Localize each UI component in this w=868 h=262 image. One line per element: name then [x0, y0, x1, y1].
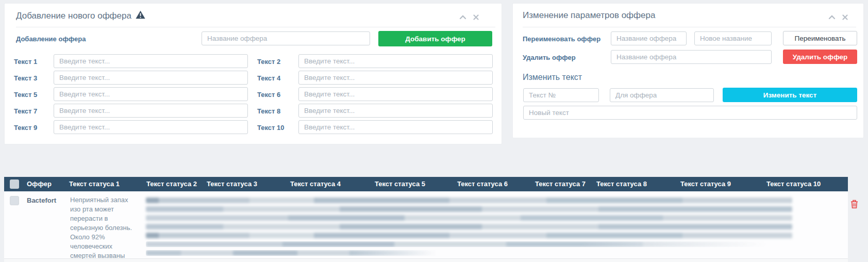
column-header-status-7: Текст статуса 7: [532, 177, 593, 191]
blurred-text-line: [146, 215, 792, 221]
text-7-input[interactable]: [54, 104, 248, 118]
text-2-label: Текст 2: [257, 58, 280, 66]
column-header-status-5: Текст статуса 5: [372, 177, 454, 191]
text-10-input[interactable]: [298, 120, 493, 134]
rename-new-name-input[interactable]: [694, 31, 772, 45]
text-number-input[interactable]: [523, 88, 599, 102]
column-header-status-4: Текст статуса 4: [287, 177, 372, 191]
add-offer-panel-title: Добавление нового оффера: [16, 10, 145, 22]
panel-title-text: Изменение параметров оффера: [523, 10, 655, 21]
column-header-status-8: Текст статуса 8: [593, 177, 677, 191]
column-header-status-3: Текст статуса 3: [204, 177, 287, 191]
close-icon[interactable]: [842, 14, 848, 20]
panel-controls: [459, 14, 479, 20]
collapse-chevron-up-icon[interactable]: [459, 15, 466, 20]
column-header-status-1: Текст статуса 1: [66, 177, 143, 191]
blurred-text-line: [146, 224, 792, 230]
column-header-status-10: Текст статуса 10: [763, 177, 848, 191]
blurred-text-line: [146, 233, 792, 238]
table-row: Bactefort Неприятный запах изо рта может…: [4, 191, 848, 259]
status-1-text: Неприятный запах изо рта может перерасти…: [70, 191, 143, 262]
row-checkbox[interactable]: [10, 196, 19, 205]
offers-admin-page: Добавление нового оффера Добавление оффе…: [0, 0, 868, 262]
text-2-input[interactable]: [298, 54, 493, 68]
delete-offer-button[interactable]: Удалить оффер: [783, 50, 857, 64]
select-all-checkbox[interactable]: [10, 179, 19, 189]
for-offer-input[interactable]: [610, 88, 714, 102]
text-9-label: Текст 9: [14, 124, 37, 132]
add-offer-button[interactable]: Добавить оффер: [378, 31, 492, 46]
text-5-label: Текст 5: [14, 91, 37, 99]
text-8-input[interactable]: [298, 104, 493, 118]
text-4-input[interactable]: [298, 71, 493, 85]
edit-offer-panel-title: Изменение параметров оффера: [523, 10, 655, 21]
offers-table-header: Оффер Текст статуса 1 Текст статуса 2 Те…: [4, 177, 848, 191]
text-9-input[interactable]: [54, 120, 248, 134]
next-table-row-partial: [4, 259, 848, 262]
panel-title-text: Добавление нового оффера: [16, 11, 131, 21]
offer-name-cell: Bactefort: [25, 191, 66, 258]
trash-icon[interactable]: [850, 200, 858, 208]
rename-offer-name-input[interactable]: [611, 31, 687, 45]
panel-controls: [828, 14, 848, 20]
column-header-status-2: Текст статуса 2: [143, 177, 204, 191]
close-icon[interactable]: [473, 14, 479, 20]
panel-divider: [523, 27, 856, 27]
text-5-input[interactable]: [54, 87, 248, 101]
collapse-chevron-up-icon[interactable]: [828, 15, 836, 20]
text-1-label: Текст 1: [14, 58, 37, 66]
text-7-label: Текст 7: [14, 107, 37, 115]
blurred-text-line: [146, 206, 792, 212]
add-offer-panel: Добавление нового оффера Добавление оффе…: [4, 3, 502, 144]
text-3-label: Текст 3: [14, 74, 37, 82]
text-8-label: Текст 8: [257, 107, 280, 115]
edit-text-button[interactable]: Изменить текст: [723, 88, 857, 102]
edit-text-section-title: Изменить текст: [523, 73, 582, 82]
new-text-input[interactable]: [523, 106, 857, 120]
column-header-offer: Оффер: [25, 177, 66, 191]
column-header-status-9: Текст статуса 9: [677, 177, 763, 191]
text-1-input[interactable]: [54, 54, 248, 68]
offer-name-input[interactable]: [202, 31, 370, 45]
edit-offer-panel: Изменение параметров оффера Переименоват…: [512, 3, 864, 138]
blurred-text-line: [146, 241, 767, 247]
row-select-cell: [4, 191, 25, 258]
panel-divider: [16, 27, 495, 27]
text-3-input[interactable]: [54, 71, 248, 85]
rename-offer-label: Переименовать оффер: [523, 35, 600, 43]
text-10-label: Текст 10: [257, 124, 285, 132]
blurred-text-line: [146, 250, 437, 256]
blurred-text-line: [146, 198, 792, 203]
select-all-cell: [4, 177, 25, 191]
delete-offer-label: Удалить оффер: [523, 54, 576, 61]
warning-triangle-icon: [136, 10, 145, 22]
delete-offer-name-input[interactable]: [611, 50, 772, 64]
text-6-label: Текст 6: [257, 91, 280, 99]
text-6-input[interactable]: [298, 87, 493, 101]
column-header-status-6: Текст статуса 6: [454, 177, 532, 191]
text-4-label: Текст 4: [257, 74, 280, 82]
add-offer-label: Добавление оффера: [16, 35, 86, 43]
rename-button[interactable]: Переименовать: [783, 31, 857, 45]
